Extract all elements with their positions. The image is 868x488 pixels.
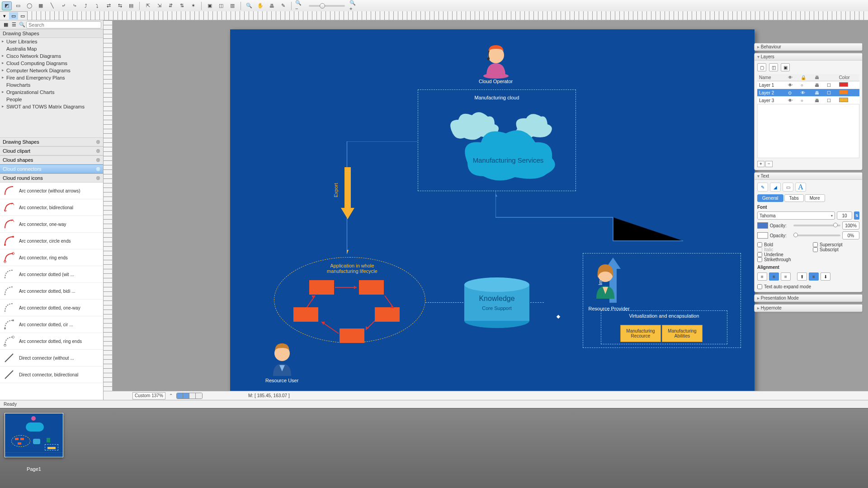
close-icon[interactable]: ⊗	[96, 139, 100, 145]
lib-cloud-computing[interactable]: Cloud Computing Diagrams	[0, 60, 103, 67]
align-left[interactable]: ≡	[757, 272, 767, 281]
shape-item[interactable]: Arc connector dotted, bidi ...	[0, 283, 103, 300]
text-font-icon[interactable]: A	[795, 183, 806, 192]
grid-view-icon[interactable]: ▦	[2, 21, 10, 28]
table-tool[interactable]: ▦	[36, 1, 46, 10]
shape-search-input[interactable]	[26, 21, 101, 28]
lib-fire-emergency[interactable]: Fire and Emergency Plans	[0, 74, 103, 81]
cloud-operator-figure[interactable]: Cloud Operator	[479, 41, 513, 84]
text-bg-swatch[interactable]	[757, 232, 768, 239]
valign-middle[interactable]: ≡	[809, 272, 819, 281]
select-tool[interactable]: ◩	[2, 1, 12, 10]
cat-cloud-shapes[interactable]: Cloud shapes⊗	[0, 155, 103, 164]
shape-item[interactable]: Arc connector, circle ends	[0, 233, 103, 249]
diagram-page[interactable]: Cloud Operator Manufacturing cloud Manuf…	[230, 29, 755, 391]
opacity-value-2[interactable]: 0%	[842, 231, 859, 239]
zoom-out-button[interactable]: 🔍−	[295, 1, 305, 10]
group-tool-1[interactable]: ▣	[205, 1, 215, 10]
close-icon[interactable]: ⊗	[96, 148, 100, 154]
edit-tool[interactable]: ✎	[278, 1, 288, 10]
lib-swot[interactable]: SWOT and TOWS Matrix Diagrams	[0, 103, 103, 110]
lib-people[interactable]: People	[0, 96, 103, 103]
panel-toggle-2[interactable]: ▭	[9, 12, 18, 19]
connector-tool-3[interactable]: ⤴	[81, 1, 91, 10]
rect-tool[interactable]: ▭	[13, 1, 23, 10]
font-size-stepper[interactable]: ⇅	[854, 211, 859, 220]
shape-item[interactable]: Arc connector dotted, cir ...	[0, 316, 103, 333]
opacity-slider-1[interactable]	[793, 225, 840, 226]
group-tool-3[interactable]: ▥	[227, 1, 237, 10]
cat-cloud-round-icons[interactable]: Cloud round icons⊗	[0, 174, 103, 183]
superscript-checkbox[interactable]: Superscript	[813, 242, 859, 247]
shape-item[interactable]: Arc connector (without arrows)	[0, 183, 103, 199]
text-color-icon[interactable]: ✎	[757, 183, 768, 192]
text-color-swatch[interactable]	[757, 222, 768, 229]
layer-row[interactable]: Layer 1👁○🖶☐	[757, 81, 859, 89]
shape-item[interactable]: Direct connector, bidirectional	[0, 366, 103, 383]
align-center[interactable]: ≡	[769, 272, 779, 281]
align-tool-3[interactable]: ⇵	[165, 1, 175, 10]
align-tool-5[interactable]: ✶	[188, 1, 198, 10]
strike-checkbox[interactable]: Strikethrough	[757, 257, 804, 262]
hypernote-section-title[interactable]: Hypernote	[755, 305, 862, 312]
lib-cisco[interactable]: Cisco Network Diagrams	[0, 52, 103, 60]
layer-row[interactable]: Layer 2⊙👁🖶☐	[757, 89, 859, 97]
knowledge-cylinder[interactable]: Knowledge Core Support	[463, 276, 531, 331]
close-icon[interactable]: ⊗	[96, 175, 100, 181]
align-tool-1[interactable]: ⇱	[143, 1, 153, 10]
font-select[interactable]: Tahoma	[757, 211, 835, 220]
opacity-value-1[interactable]: 100%	[842, 221, 859, 230]
align-right[interactable]: ≡	[781, 272, 791, 281]
shape-item[interactable]: Direct connector (without ...	[0, 350, 103, 366]
cloud-shape[interactable]: Manufacturing Services	[425, 104, 569, 186]
shape-item[interactable]: Arc connector, bidirectional	[0, 199, 103, 216]
align-tool-2[interactable]: ⇲	[154, 1, 164, 10]
valign-bottom[interactable]: ⬇	[821, 272, 830, 281]
lib-australia-map[interactable]: Australia Map	[0, 45, 103, 52]
add-layer-button[interactable]: +	[757, 161, 764, 167]
cat-drawing-shapes[interactable]: Drawing Shapes⊗	[0, 137, 103, 146]
opacity-slider-2[interactable]	[793, 235, 840, 236]
line-tool[interactable]: ╲	[47, 1, 57, 10]
lib-flowcharts[interactable]: Flowcharts	[0, 81, 103, 89]
print-tool[interactable]: 🖶	[267, 1, 277, 10]
text-box-icon[interactable]: ▭	[783, 183, 793, 192]
shape-item[interactable]: Arc connector dotted, ring ends	[0, 333, 103, 350]
cat-cloud-connectors[interactable]: Cloud connectors⊗	[0, 164, 103, 174]
lib-user-libraries[interactable]: User Libraries	[0, 38, 103, 45]
zoom-in-button[interactable]: 🔍+	[349, 1, 359, 10]
subscript-checkbox[interactable]: Subscript	[813, 247, 859, 252]
resource-user-figure[interactable]: Resource User	[265, 339, 298, 383]
shape-item[interactable]: Arc connector dotted (wit ...	[0, 266, 103, 283]
close-icon[interactable]: ⊗	[96, 166, 100, 172]
list-view-icon[interactable]: ☰	[10, 21, 18, 28]
auto-expand-checkbox[interactable]: Text auto expand mode	[757, 284, 859, 289]
connector-tool-6[interactable]: ⇆	[115, 1, 125, 10]
connector-tool-4[interactable]: ⤵	[92, 1, 102, 10]
group-tool-2[interactable]: ◫	[216, 1, 226, 10]
shape-item[interactable]: Arc connector dotted, one-way	[0, 300, 103, 316]
connector-tool-5[interactable]: ⇄	[104, 1, 113, 10]
mfg-resource-box[interactable]: Manufacturing Recource	[620, 325, 661, 342]
hand-tool[interactable]: ✋	[255, 1, 265, 10]
align-tool-4[interactable]: ⇅	[177, 1, 187, 10]
tab-more[interactable]: More	[805, 194, 825, 202]
panel-toggle-1[interactable]: ▾	[0, 12, 9, 19]
behaviour-section-title[interactable]: Behaviour	[755, 43, 862, 51]
layer-tool-1[interactable]: ▢	[757, 63, 766, 71]
layers-section-title[interactable]: Layers	[755, 53, 862, 61]
remove-layer-button[interactable]: −	[765, 161, 773, 167]
cat-cloud-clipart[interactable]: Cloud clipart⊗	[0, 146, 103, 155]
lib-computer-network[interactable]: Computer Network Diagrams	[0, 67, 103, 74]
valign-top[interactable]: ⬆	[797, 272, 807, 281]
lib-org-charts[interactable]: Organizational Charts	[0, 89, 103, 96]
zoom-level[interactable]: Custom 137%	[132, 392, 165, 399]
zoom-slider[interactable]	[309, 5, 345, 7]
layer-tool-2[interactable]: ◫	[769, 63, 778, 71]
font-size-input[interactable]: 10	[837, 211, 852, 220]
page-thumbnail[interactable]: Page1	[5, 413, 63, 472]
tab-tabs[interactable]: Tabs	[784, 194, 804, 202]
underline-checkbox[interactable]: Underline	[757, 252, 804, 257]
tab-general[interactable]: General	[757, 194, 783, 202]
view-mode-toggle[interactable]	[176, 393, 203, 399]
